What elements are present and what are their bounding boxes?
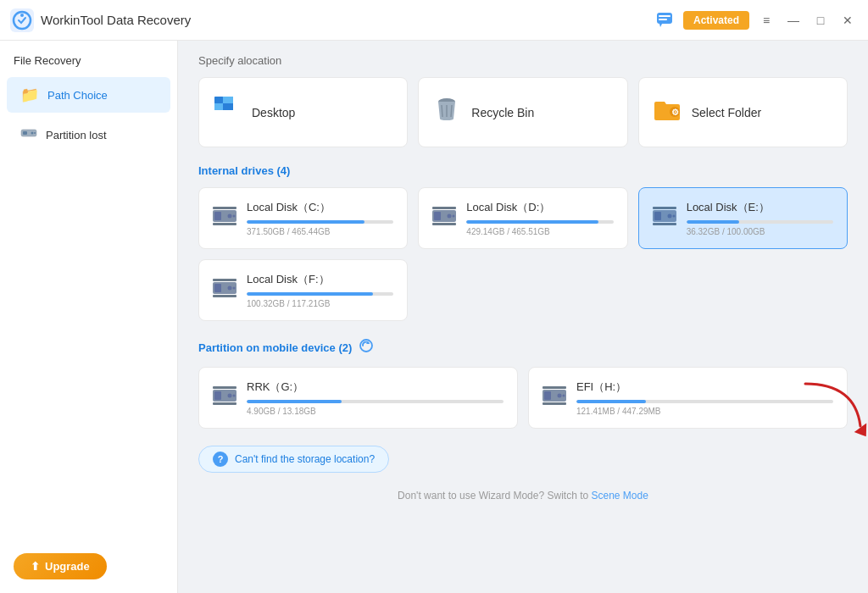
drive-h-progress-bar: [576, 400, 833, 403]
svg-rect-20: [214, 212, 221, 220]
sidebar-item-path-choice[interactable]: 📁 Path Choice: [7, 77, 170, 113]
drive-e-progress-fill: [687, 220, 739, 224]
drive-f-icon: [213, 279, 236, 302]
drive-c-progress-fill: [247, 220, 364, 224]
help-label: Can't find the storage location?: [235, 453, 375, 465]
svg-rect-55: [542, 386, 566, 389]
drive-card-c[interactable]: Local Disk（C:） 371.50GB / 465.44GB: [198, 187, 408, 249]
drive-f-progress-fill: [247, 292, 373, 296]
svg-point-28: [453, 214, 455, 217]
svg-rect-23: [213, 207, 236, 209]
mobile-partition-header: Partition on mobile device (2): [198, 338, 848, 357]
help-button[interactable]: ? Can't find the storage location?: [198, 446, 389, 473]
svg-rect-3: [657, 13, 672, 24]
svg-rect-32: [654, 212, 661, 220]
app-title: WorkinTool Data Recovery: [41, 13, 653, 27]
svg-rect-35: [653, 207, 676, 209]
drive-e-progress-bar: [687, 220, 833, 224]
drive-d-info: Local Disk（D:） 429.14GB / 465.51GB: [466, 200, 613, 236]
svg-point-48: [233, 394, 236, 396]
drive-d-name: Local Disk（D:）: [466, 200, 613, 215]
location-card-select-folder[interactable]: ⚙ Select Folder: [638, 77, 848, 147]
svg-rect-26: [434, 212, 441, 220]
drive-g-name: RRK（G:）: [247, 380, 504, 395]
sidebar-item-path-choice-label: Path Choice: [47, 89, 108, 102]
chat-icon[interactable]: [653, 8, 676, 32]
svg-rect-8: [23, 131, 27, 135]
drive-g-storage: 4.90GB / 13.18GB: [247, 407, 504, 416]
drive-card-f[interactable]: Local Disk（F:） 100.32GB / 117.21GB: [198, 259, 408, 321]
close-button[interactable]: ✕: [837, 10, 858, 30]
svg-marker-6: [659, 24, 662, 27]
help-icon: ?: [213, 452, 228, 467]
svg-rect-52: [544, 391, 551, 400]
upgrade-button[interactable]: ⬆ Upgrade: [14, 553, 107, 579]
upgrade-icon: ⬆: [31, 560, 40, 573]
title-bar-actions: Activated ≡ — □ ✕: [653, 8, 858, 32]
drive-card-d[interactable]: Local Disk（D:） 429.14GB / 465.51GB: [418, 187, 627, 249]
drive-g-info: RRK（G:） 4.90GB / 13.18GB: [247, 380, 504, 416]
scene-mode-link[interactable]: Scene Mode: [592, 490, 648, 502]
minimize-button[interactable]: —: [783, 10, 804, 30]
svg-rect-46: [214, 391, 221, 400]
title-bar: WorkinTool Data Recovery Activated ≡ — □…: [0, 0, 868, 41]
menu-button[interactable]: ≡: [756, 10, 776, 30]
svg-rect-49: [213, 386, 236, 389]
help-section: ? Can't find the storage location?: [198, 446, 848, 483]
sidebar-section-file-recovery: File Recovery: [0, 54, 177, 77]
drive-h-progress-fill: [576, 400, 646, 403]
footer-text: Don't want to use Wizard Mode? Switch to: [398, 490, 588, 502]
recycle-bin-icon: [432, 95, 461, 130]
drive-g-icon: [213, 386, 236, 410]
svg-point-40: [233, 286, 236, 289]
drive-e-info: Local Disk（E:） 36.32GB / 100.00GB: [687, 200, 833, 236]
sidebar: File Recovery 📁 Path Choice Partition lo…: [0, 41, 178, 593]
path-choice-icon: 📁: [20, 86, 39, 104]
sidebar-item-partition-lost[interactable]: Partition lost: [7, 116, 170, 154]
activated-badge: Activated: [683, 11, 749, 30]
svg-rect-24: [213, 223, 236, 225]
drive-d-storage: 429.14GB / 465.51GB: [466, 227, 613, 236]
svg-point-22: [233, 214, 236, 217]
drive-c-icon: [213, 207, 236, 230]
location-card-recycle-bin[interactable]: Recycle Bin: [418, 77, 627, 147]
svg-rect-12: [214, 97, 223, 103]
svg-point-21: [228, 213, 232, 218]
svg-rect-15: [223, 103, 233, 110]
svg-point-54: [563, 394, 565, 396]
drive-h-icon: [542, 386, 566, 410]
refresh-icon[interactable]: [359, 338, 374, 357]
svg-rect-14: [214, 103, 223, 110]
svg-rect-38: [214, 284, 221, 292]
select-folder-icon: ⚙: [653, 95, 682, 130]
mobile-partitions-container: RRK（G:） 4.90GB / 13.18GB: [198, 367, 848, 429]
drive-card-g[interactable]: RRK（G:） 4.90GB / 13.18GB: [198, 367, 518, 429]
main-layout: File Recovery 📁 Path Choice Partition lo…: [0, 41, 868, 593]
svg-point-33: [667, 213, 671, 218]
svg-rect-29: [432, 207, 456, 209]
svg-point-2: [20, 14, 24, 17]
location-card-desktop[interactable]: Desktop: [198, 77, 408, 147]
desktop-label: Desktop: [252, 106, 295, 119]
select-folder-label: Select Folder: [692, 106, 761, 119]
drive-e-name: Local Disk（E:）: [687, 200, 833, 215]
svg-marker-57: [854, 420, 868, 436]
svg-rect-13: [223, 97, 233, 103]
drive-f-name: Local Disk（F:）: [247, 272, 393, 287]
specify-allocation-heading: Specify alocation: [198, 54, 848, 67]
drive-c-info: Local Disk（C:） 371.50GB / 465.44GB: [247, 200, 393, 236]
maximize-button[interactable]: □: [810, 10, 831, 30]
app-logo: [10, 8, 34, 32]
drive-f-info: Local Disk（F:） 100.32GB / 117.21GB: [247, 272, 393, 308]
drive-card-e[interactable]: Local Disk（E:） 36.32GB / 100.00GB: [638, 187, 848, 249]
svg-rect-56: [542, 402, 566, 405]
content-area: Specify alocation Desktop: [178, 41, 868, 593]
drive-d-progress-fill: [466, 220, 598, 224]
svg-rect-4: [659, 15, 670, 17]
upgrade-label: Upgrade: [45, 560, 90, 573]
drive-d-icon: [432, 207, 456, 230]
svg-rect-41: [213, 279, 236, 281]
drive-g-progress-fill: [247, 400, 342, 403]
svg-point-9: [31, 132, 34, 135]
drive-card-h[interactable]: EFI（H:） 121.41MB / 447.29MB: [528, 367, 848, 429]
